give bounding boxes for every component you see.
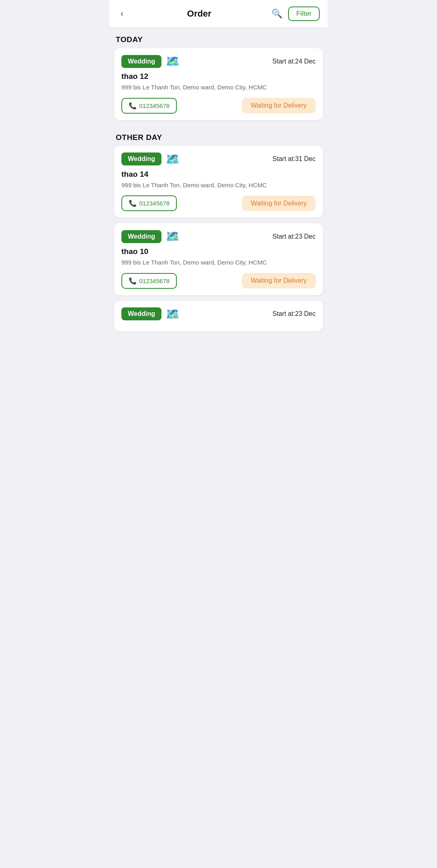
card-top: Wedding 🗺️ Start at:31 Dec	[121, 152, 316, 166]
wedding-badge: Wedding	[121, 307, 161, 320]
card-top: Wedding 🗺️ Start at:24 Dec	[121, 55, 316, 68]
start-date: Start at:23 Dec	[272, 310, 316, 318]
phone-button[interactable]: 📞 012345678	[121, 273, 177, 289]
card-bottom: 📞 012345678 Waiting for Delivery	[121, 195, 316, 211]
card-top-left: Wedding 🗺️	[121, 152, 180, 166]
customer-address: 999 bis Le Thanh Ton, Demo ward, Demo Ci…	[121, 258, 316, 267]
start-date: Start at:24 Dec	[272, 58, 316, 65]
delivery-status-badge: Waiting for Delivery	[242, 196, 316, 211]
map-icon: 🗺️	[165, 307, 180, 321]
wedding-badge: Wedding	[121, 152, 161, 165]
page-title: Order	[127, 8, 272, 19]
delivery-status-badge: Waiting for Delivery	[242, 98, 316, 113]
search-icon[interactable]: 🔍	[272, 8, 282, 19]
customer-name: thao 12	[121, 72, 316, 81]
wedding-badge: Wedding	[121, 55, 161, 68]
section-label-other-day: OTHER DAY	[109, 126, 328, 146]
card-bottom: 📞 012345678 Waiting for Delivery	[121, 273, 316, 289]
phone-icon: 📞	[129, 102, 137, 110]
map-icon: 🗺️	[165, 152, 180, 166]
map-icon: 🗺️	[165, 55, 180, 68]
start-date: Start at:23 Dec	[272, 233, 316, 240]
phone-button[interactable]: 📞 012345678	[121, 98, 177, 114]
card-top-left: Wedding 🗺️	[121, 307, 180, 321]
wedding-badge: Wedding	[121, 230, 161, 243]
back-button[interactable]: ‹	[117, 7, 127, 21]
start-date: Start at:31 Dec	[272, 155, 316, 163]
customer-address: 999 bis Le Thanh Ton, Demo ward, Demo Ci…	[121, 181, 316, 190]
filter-button[interactable]: Filter	[288, 6, 320, 21]
customer-name: thao 14	[121, 170, 316, 179]
header-actions: 🔍 Filter	[272, 6, 320, 21]
today-orders-list: Wedding 🗺️ Start at:24 Dec thao 12 999 b…	[109, 48, 328, 120]
phone-number: 012345678	[139, 102, 170, 109]
customer-name: thao 10	[121, 247, 316, 256]
card-bottom: 📞 012345678 Waiting for Delivery	[121, 98, 316, 114]
delivery-status-badge: Waiting for Delivery	[242, 273, 316, 288]
phone-icon: 📞	[129, 199, 137, 207]
customer-address: 999 bis Le Thanh Ton, Demo ward, Demo Ci…	[121, 83, 316, 92]
order-card: Wedding 🗺️ Start at:31 Dec thao 14 999 b…	[114, 146, 323, 218]
phone-number: 012345678	[139, 200, 170, 207]
phone-number: 012345678	[139, 277, 170, 284]
card-top: Wedding 🗺️ Start at:23 Dec	[121, 307, 316, 321]
order-card: Wedding 🗺️ Start at:24 Dec thao 12 999 b…	[114, 48, 323, 120]
card-top: Wedding 🗺️ Start at:23 Dec	[121, 230, 316, 243]
other-day-orders-list: Wedding 🗺️ Start at:31 Dec thao 14 999 b…	[109, 146, 328, 331]
header: ‹ Order 🔍 Filter	[109, 0, 328, 28]
map-icon: 🗺️	[165, 230, 180, 243]
order-card: Wedding 🗺️ Start at:23 Dec thao 10 999 b…	[114, 223, 323, 295]
phone-icon: 📞	[129, 277, 137, 285]
order-card-partial: Wedding 🗺️ Start at:23 Dec	[114, 301, 323, 331]
phone-button[interactable]: 📞 012345678	[121, 195, 177, 211]
section-label-today: TODAY	[109, 28, 328, 48]
card-top-left: Wedding 🗺️	[121, 230, 180, 243]
card-top-left: Wedding 🗺️	[121, 55, 180, 68]
